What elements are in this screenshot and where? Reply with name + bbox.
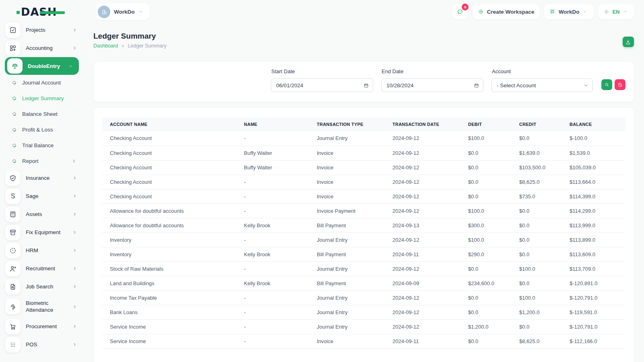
sidebar-item-accounting[interactable]: Accounting: [0, 39, 85, 57]
sidebar-item-job-search[interactable]: Job Search: [0, 278, 85, 296]
sidebar-subitem-label: Profit & Loss: [22, 127, 76, 133]
sidebar-subitem-trial-balance[interactable]: Trial Balance: [0, 138, 85, 153]
chevron-right-icon: [72, 45, 77, 51]
col-header-transaction-date: TRANSACTION DATE: [384, 117, 460, 131]
cell-name: Kelly Brook: [236, 218, 309, 232]
app-logo[interactable]: DASH: [21, 6, 69, 19]
breadcrumb-dashboard-link[interactable]: Dashboard: [93, 43, 118, 49]
cell-credit: $0.0: [511, 204, 561, 218]
cell-account-name: Income Tax Payable: [102, 290, 236, 305]
search-button[interactable]: [601, 79, 612, 90]
chevron-right-icon: [72, 175, 77, 181]
start-date-group: Start Date 06/01/2024: [271, 62, 373, 102]
chevron-right-icon: [72, 266, 77, 271]
cell-name: Buffy Walter: [236, 160, 309, 175]
account-select[interactable]: - Select Account: [491, 78, 593, 92]
calculator-icon: [5, 207, 21, 222]
user-plus-icon: [5, 261, 21, 276]
chevron-right-icon: [72, 230, 77, 235]
cell-transaction-date: 2024-09-12: [384, 232, 460, 247]
sidebar-item-label: Sage: [26, 193, 72, 200]
main-area: WorkDo 0 Create Workspace WorkDo EN: [85, 0, 644, 362]
cell-balance: $114,399.0: [561, 189, 625, 204]
sidebar-item-sage[interactable]: SSage: [0, 187, 85, 205]
cell-credit: $0.0: [511, 247, 561, 261]
col-header-transaction-type: TRANSACTION TYPE: [309, 117, 384, 131]
sidebar-subitem-balance-sheet[interactable]: Balance Sheet: [0, 106, 85, 122]
chevron-right-icon: [71, 158, 76, 164]
cell-debit: $0.0: [460, 305, 511, 319]
sidebar-subitem-report[interactable]: Report: [0, 153, 85, 169]
sidebar-item-label: POS: [26, 341, 72, 348]
workspace-switcher-label: WorkDo: [114, 9, 135, 15]
workspace-menu-button[interactable]: WorkDo: [544, 4, 594, 19]
bullet-icon: [12, 127, 17, 132]
sidebar-subitem-profit-loss[interactable]: Profit & Loss: [0, 122, 85, 138]
sidebar-subitem-label: Balance Sheet: [22, 111, 76, 117]
sidebar-item-label: DoubleEntry: [28, 63, 68, 70]
cell-account-name: Checking Account: [102, 189, 236, 204]
create-workspace-button[interactable]: Create Workspace: [473, 4, 540, 19]
cell-transaction-type: Bill Payment: [309, 247, 384, 261]
cell-transaction-date: 2024-09-12: [384, 204, 460, 218]
cell-credit: $735.0: [511, 189, 561, 204]
download-button[interactable]: [623, 37, 634, 47]
breadcrumb-current: Ledger Summary: [128, 43, 167, 49]
calendar-icon: [474, 82, 479, 88]
cell-account-name: Allowance for doubtful accounts: [102, 218, 236, 232]
end-date-input[interactable]: 10/28/2024: [381, 78, 483, 92]
sidebar-item-fix-equipment[interactable]: Fix Equipment: [0, 223, 85, 241]
cell-transaction-type: Bill Payment: [309, 276, 384, 290]
cell-name: -: [236, 334, 309, 348]
sidebar-item-pos[interactable]: POS: [0, 335, 85, 354]
dots-grid-icon: [5, 337, 21, 352]
language-label: EN: [612, 9, 619, 15]
cell-debit: $0.0: [460, 160, 511, 175]
breadcrumb-separator: >: [122, 43, 124, 48]
sidebar-item-label: Insurance: [26, 175, 72, 181]
cell-debit: $0.0: [460, 146, 511, 160]
cell-transaction-date: 2024-09-12: [384, 261, 460, 276]
table-row: Inventory-Journal Entry2024-09-12$100.0$…: [102, 232, 625, 247]
cell-credit: $0.0: [511, 276, 561, 290]
sidebar-item-recruitment[interactable]: Recruitment: [0, 259, 85, 278]
sidebar-nav: ProjectsAccountingDoubleEntryJournal Acc…: [0, 21, 85, 354]
table-header: ACCOUNT NAMENAMETRANSACTION TYPETRANSACT…: [102, 117, 625, 131]
sidebar-item-label: Biometric Attendance: [26, 300, 72, 313]
sidebar-subitem-journal-account[interactable]: Journal Account: [0, 75, 85, 90]
cell-name: -: [236, 261, 309, 276]
start-date-input[interactable]: 06/01/2024: [271, 78, 373, 92]
table-body: Checking Account-Journal Entry2024-09-12…: [102, 131, 625, 348]
cell-transaction-type: Journal Entry: [309, 305, 384, 319]
sidebar-item-doubleentry[interactable]: DoubleEntry: [5, 57, 79, 75]
sidebar-subitem-label: Report: [22, 158, 71, 164]
cell-balance: $113,899.0: [561, 232, 625, 247]
sidebar-subitem-label: Journal Account: [22, 80, 76, 86]
table-row: InventoryKelly BrookBill Payment2024-09-…: [102, 247, 625, 261]
sidebar-item-hrm[interactable]: HRM: [0, 241, 85, 259]
sidebar-item-biometric-attendance[interactable]: Biometric Attendance: [0, 296, 85, 317]
sidebar-item-label: Recruitment: [26, 265, 72, 272]
cell-transaction-type: Journal Entry: [309, 232, 384, 247]
sidebar-item-procurement[interactable]: Procurement: [0, 317, 85, 335]
sidebar-item-insurance[interactable]: Insurance: [0, 169, 85, 187]
reset-filter-button[interactable]: [615, 79, 625, 90]
sidebar-subitem-ledger-summary[interactable]: Ledger Summary: [0, 90, 85, 106]
sidebar-item-assets[interactable]: Assets: [0, 205, 85, 223]
grid-plus-icon: [5, 41, 21, 56]
cell-name: Kelly Brook: [236, 276, 309, 290]
cell-transaction-date: 2024-09-12: [384, 131, 460, 146]
workspace-switcher[interactable]: WorkDo: [95, 3, 150, 20]
chevron-right-icon: [72, 248, 77, 253]
chevron-right-icon: [72, 342, 77, 347]
page-title: Ledger Summary: [93, 32, 156, 41]
cell-account-name: Bank Loans: [102, 305, 236, 319]
language-selector[interactable]: EN: [598, 4, 634, 19]
col-header-debit: DEBIT: [460, 117, 511, 131]
cell-account-name: Service Income: [102, 319, 236, 334]
chevron-down-icon: [623, 9, 629, 14]
shield-check-icon: [5, 171, 21, 186]
cell-account-name: Inventory: [102, 247, 236, 261]
sidebar-item-projects[interactable]: Projects: [0, 21, 85, 39]
messages-button[interactable]: 0: [452, 4, 468, 19]
